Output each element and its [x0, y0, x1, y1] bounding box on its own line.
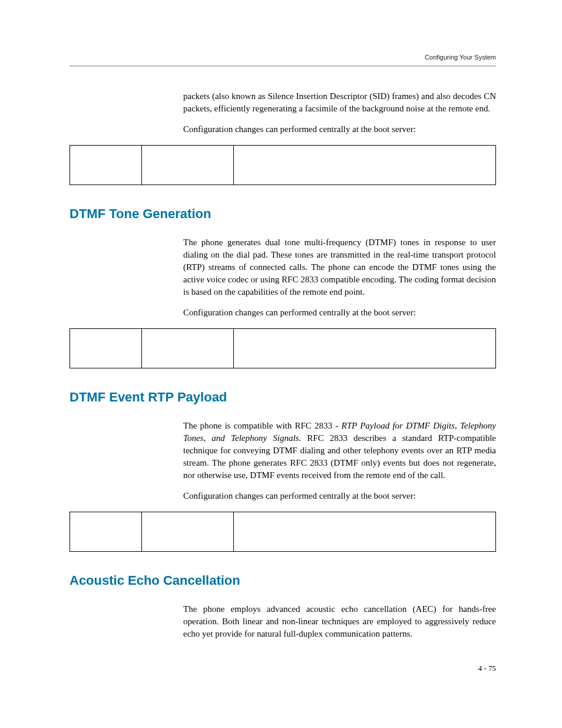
table-cell — [70, 146, 142, 185]
table-cell — [142, 512, 234, 551]
dtmf-tone-paragraph-1: The phone generates dual tone multi-freq… — [183, 236, 496, 298]
aec-paragraph-1: The phone employs advanced acoustic echo… — [183, 603, 496, 640]
table-cell — [234, 146, 496, 185]
table-row — [70, 146, 496, 185]
section-heading-dtmf-event-rtp-payload: DTMF Event RTP Payload — [70, 388, 496, 407]
section-heading-dtmf-tone-generation: DTMF Tone Generation — [70, 205, 496, 223]
intro-paragraph-1: packets (also known as Silence Insertion… — [183, 90, 496, 115]
config-table-3 — [70, 512, 496, 552]
table-cell — [70, 329, 142, 368]
section-heading-acoustic-echo-cancellation: Acoustic Echo Cancellation — [70, 572, 496, 590]
dtmf-tone-paragraph-2: Configuration changes can performed cent… — [183, 307, 496, 319]
table-cell — [234, 512, 496, 551]
dtmf-event-paragraph-2: Configuration changes can performed cent… — [183, 490, 496, 502]
table-cell — [70, 512, 142, 551]
para-text-pre: The phone is compatible with RFC 2833 - — [183, 421, 342, 430]
config-table-2 — [70, 328, 496, 368]
table-row — [70, 512, 496, 551]
page-number: 4 - 75 — [478, 663, 496, 674]
table-cell — [142, 329, 234, 368]
page-header: Configuring Your System — [70, 53, 496, 62]
dtmf-event-paragraph-1: The phone is compatible with RFC 2833 - … — [183, 420, 496, 482]
table-cell — [234, 329, 496, 368]
table-cell — [142, 146, 234, 185]
header-divider — [70, 65, 496, 67]
intro-paragraph-2: Configuration changes can performed cent… — [183, 123, 496, 136]
table-row — [70, 329, 496, 368]
config-table-1 — [70, 145, 496, 185]
